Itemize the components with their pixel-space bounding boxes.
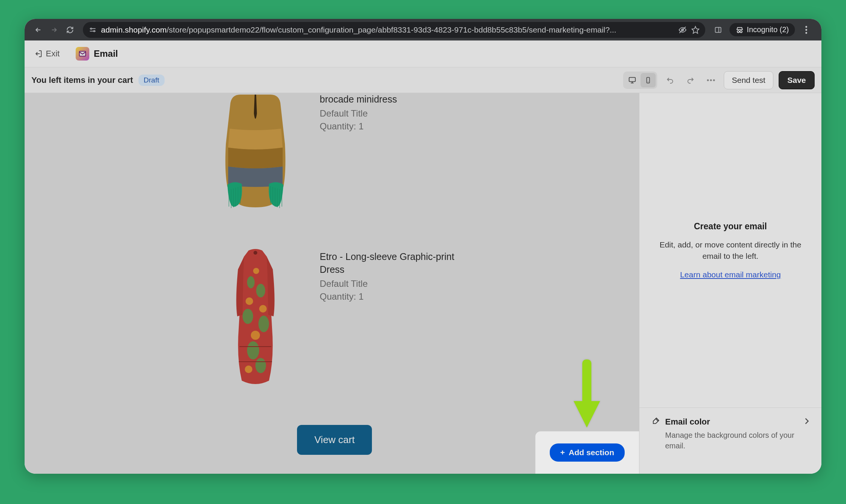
browser-menu-button[interactable] (799, 26, 813, 34)
svg-point-17 (710, 79, 712, 81)
add-section-button[interactable]: + Add section (550, 443, 625, 462)
product-row: Etro - Long-sleeve Graphic-print Dress D… (206, 248, 456, 388)
editor-sidebar: Create your email Edit, add, or move con… (639, 93, 821, 474)
svg-point-10 (806, 29, 807, 31)
product-variant: Default Title (320, 278, 456, 289)
product-name: brocade minidress (320, 93, 397, 106)
svg-point-39 (259, 305, 267, 313)
svg-point-33 (243, 309, 253, 324)
learn-link[interactable]: Learn about email marketing (680, 270, 781, 279)
browser-window: admin.shopify.com/store/popupsmartdemo22… (25, 19, 821, 474)
address-bar[interactable]: admin.shopify.com/store/popupsmartdemo22… (83, 22, 705, 38)
product-image (206, 91, 305, 212)
exit-button[interactable]: Exit (34, 49, 60, 59)
svg-point-41 (245, 366, 252, 373)
svg-point-18 (713, 79, 715, 81)
svg-point-8 (740, 30, 742, 33)
svg-point-9 (806, 26, 807, 28)
svg-point-16 (707, 79, 709, 81)
product-row: brocade minidress Default Title Quantity… (206, 91, 397, 212)
svg-point-0 (90, 28, 92, 29)
svg-point-36 (255, 358, 266, 373)
editor-content: brocade minidress Default Title Quantity… (25, 93, 821, 474)
product-image (206, 248, 305, 388)
paint-icon (652, 417, 660, 427)
bookmark-star-icon[interactable] (691, 25, 700, 34)
sidebar-title: Create your email (694, 221, 767, 232)
svg-point-40 (251, 331, 260, 340)
svg-rect-13 (629, 77, 636, 81)
add-section-panel: + Add section (535, 431, 639, 474)
exit-label: Exit (46, 49, 60, 59)
back-button[interactable] (31, 23, 45, 37)
chevron-right-icon (804, 417, 809, 426)
svg-point-31 (247, 276, 255, 288)
svg-point-35 (247, 341, 259, 359)
editor-toolbar: You left items in your cart Draft Send t… (25, 67, 821, 93)
app-title: Email (94, 48, 118, 59)
app-header: Exit Email (25, 40, 821, 67)
svg-point-38 (246, 297, 253, 305)
product-quantity: Quantity: 1 (320, 291, 456, 302)
redo-button[interactable] (683, 73, 698, 88)
svg-point-1 (94, 30, 95, 31)
product-quantity: Quantity: 1 (320, 121, 397, 132)
undo-button[interactable] (662, 73, 678, 88)
incognito-indicator[interactable]: Incognito (2) (729, 23, 795, 36)
email-canvas[interactable]: brocade minidress Default Title Quantity… (25, 93, 639, 474)
site-info-icon[interactable] (88, 25, 97, 34)
product-variant: Default Title (320, 108, 397, 119)
email-app-icon (76, 47, 89, 61)
add-section-label: Add section (569, 448, 614, 457)
email-color-caption: Manage the background colors of your ema… (665, 430, 809, 451)
svg-point-34 (258, 316, 269, 332)
svg-marker-4 (692, 26, 699, 33)
mobile-preview-button[interactable] (641, 73, 656, 87)
svg-point-11 (806, 32, 807, 34)
forward-button[interactable] (47, 23, 61, 37)
email-color-title: Email color (665, 417, 710, 427)
svg-point-37 (253, 268, 259, 274)
sidebar-description: Edit, add, or move content directly in t… (658, 239, 802, 262)
svg-point-42 (253, 251, 257, 255)
email-color-section[interactable]: Email color Manage the background colors… (639, 408, 821, 474)
reload-button[interactable] (63, 23, 77, 37)
visibility-off-icon[interactable] (678, 25, 687, 34)
product-name: Etro - Long-sleeve Graphic-print Dress (320, 250, 456, 276)
svg-rect-5 (715, 27, 721, 32)
view-cart-button[interactable]: View cart (297, 425, 372, 455)
save-button[interactable]: Save (779, 71, 815, 89)
more-actions-button[interactable] (703, 73, 718, 88)
desktop-preview-button[interactable] (625, 73, 640, 87)
incognito-count: Incognito (2) (747, 25, 789, 34)
url-text: admin.shopify.com/store/popupsmartdemo22… (101, 25, 674, 34)
svg-point-7 (737, 30, 739, 33)
plus-icon: + (560, 448, 565, 457)
svg-point-32 (256, 284, 265, 297)
status-badge: Draft (138, 75, 165, 86)
browser-toolbar: admin.shopify.com/store/popupsmartdemo22… (25, 19, 821, 40)
send-test-button[interactable]: Send test (724, 71, 773, 89)
side-panel-icon[interactable] (711, 23, 725, 37)
email-subject: You left items in your cart (31, 75, 133, 85)
device-preview-toggle (623, 72, 657, 89)
